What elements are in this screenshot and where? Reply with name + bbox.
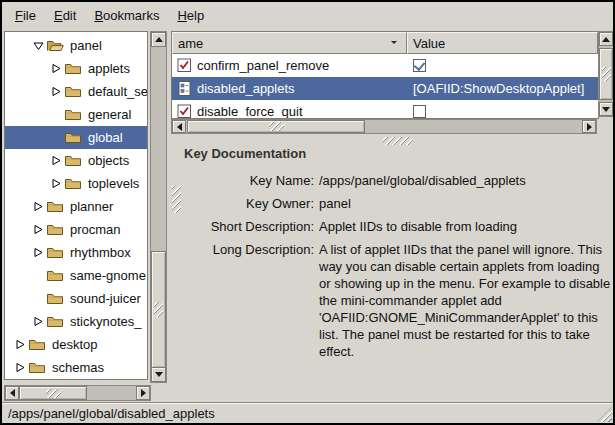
expander-collapsed-icon[interactable] — [32, 247, 44, 259]
boolean-key-icon — [177, 58, 192, 73]
expander-collapsed-icon[interactable] — [14, 339, 26, 351]
folder-icon — [65, 85, 83, 98]
value-checkbox-unchecked[interactable] — [413, 105, 426, 118]
doc-field-label: Short Description: — [178, 218, 314, 235]
scroll-right-button[interactable] — [582, 120, 596, 133]
column-header-label: ame — [178, 36, 203, 51]
tree-item-label: objects — [86, 153, 131, 168]
expander-collapsed-icon[interactable] — [50, 178, 62, 190]
folder-icon — [29, 361, 47, 374]
scroll-up-button[interactable] — [599, 32, 613, 46]
expander-spacer — [32, 293, 44, 305]
tree-item-panel[interactable]: panel — [5, 34, 147, 57]
tree-item-default-setup[interactable]: default_se — [5, 80, 147, 103]
expander-collapsed-icon[interactable] — [32, 224, 44, 236]
menu-help[interactable]: Help — [168, 5, 213, 26]
tree-item-global[interactable]: global — [5, 126, 147, 149]
column-header-name[interactable]: ame — [172, 32, 407, 54]
statusbar: /apps/panel/global/disabled_applets — [2, 402, 613, 423]
tree-item-desktop[interactable]: desktop — [5, 333, 147, 356]
tree-item-label: global — [86, 130, 125, 145]
menu-bookmarks[interactable]: Bookmarks — [85, 5, 168, 26]
key-row-disable-force-quit[interactable]: disable_force_quit — [172, 100, 598, 119]
tree-item-procman[interactable]: procman — [5, 218, 147, 241]
folder-icon — [47, 223, 65, 236]
tree-item-toplevels[interactable]: toplevels — [5, 172, 147, 195]
expander-collapsed-icon[interactable] — [32, 201, 44, 213]
column-header-label: Value — [413, 36, 445, 51]
key-row-disabled-applets[interactable]: disabled_applets [OAFIID:ShowDesktopAppl… — [172, 77, 598, 100]
key-name-label: disable_force_quit — [197, 104, 303, 119]
folder-icon — [65, 131, 83, 144]
sort-indicator-icon — [391, 41, 397, 47]
expander-expanded-icon[interactable] — [32, 40, 44, 52]
tree-item-label: sound-juicer — [68, 291, 143, 306]
tree-item-label: planner — [68, 199, 115, 214]
value-checkbox-checked[interactable] — [413, 59, 426, 72]
tree-horizontal-scrollbar[interactable] — [4, 385, 151, 401]
doc-key-name-value: /apps/panel/global/disabled_applets — [319, 172, 611, 189]
tree-item-same-gnome[interactable]: same-gnome — [5, 264, 147, 287]
doc-field-label: Key Name: — [178, 172, 314, 189]
scroll-down-button[interactable] — [599, 102, 613, 116]
list-header: ame Value — [172, 32, 598, 54]
key-name-label: disabled_applets — [197, 81, 295, 96]
tree-item-label: stickynotes_ — [68, 314, 144, 329]
config-tree: panel applets default_se general global … — [4, 31, 148, 380]
tree-item-label: toplevels — [86, 176, 141, 191]
key-row-confirm-panel-remove[interactable]: confirm_panel_remove — [172, 54, 598, 77]
tree-item-label: same-gnome — [68, 268, 148, 283]
scrollbar-thumb[interactable] — [187, 120, 365, 133]
expander-collapsed-icon[interactable] — [14, 362, 26, 374]
expander-spacer — [32, 270, 44, 282]
scrollbar-thumb[interactable] — [19, 386, 87, 400]
folder-icon — [65, 154, 83, 167]
tree-item-stickynotes[interactable]: stickynotes_ — [5, 310, 147, 333]
tree-item-label: panel — [68, 38, 104, 53]
scroll-down-button[interactable] — [151, 367, 166, 382]
tree-item-label: general — [86, 107, 133, 122]
folder-icon — [47, 246, 65, 259]
open-folder-icon — [47, 39, 65, 52]
scroll-up-button[interactable] — [151, 32, 166, 47]
tree-item-label: default_se — [86, 84, 148, 99]
expander-collapsed-icon[interactable] — [50, 86, 62, 98]
gconf-editor-window: File Edit Bookmarks Help panel applets d… — [0, 0, 615, 425]
tree-item-label: procman — [68, 222, 123, 237]
tree-item-applets[interactable]: applets — [5, 57, 147, 80]
expander-collapsed-icon[interactable] — [50, 63, 62, 75]
tree-item-planner[interactable]: planner — [5, 195, 147, 218]
expander-collapsed-icon[interactable] — [32, 316, 44, 328]
tree-item-label: applets — [86, 61, 132, 76]
folder-icon — [29, 338, 47, 351]
list-vertical-scrollbar[interactable] — [598, 31, 614, 117]
scroll-left-button[interactable] — [172, 120, 186, 133]
expander-collapsed-icon[interactable] — [50, 155, 62, 167]
tree-vertical-scrollbar[interactable] — [150, 31, 167, 383]
key-value-text: [OAFIID:ShowDesktopApplet] — [413, 81, 584, 96]
scrollbar-thumb[interactable] — [151, 251, 166, 368]
tree-item-rhythmbox[interactable]: rhythmbox — [5, 241, 147, 264]
scrollbar-thumb[interactable] — [599, 48, 613, 100]
menubar: File Edit Bookmarks Help — [2, 2, 613, 29]
doc-short-description-value: Applet IIDs to disable from loading — [319, 218, 611, 235]
doc-key-owner-value: panel — [319, 195, 611, 212]
doc-section-title: Key Documentation — [184, 146, 306, 161]
doc-splitter-handle[interactable] — [383, 137, 413, 145]
tree-item-general[interactable]: general — [5, 103, 147, 126]
column-header-value[interactable]: Value — [407, 32, 598, 54]
folder-icon — [47, 315, 65, 328]
statusbar-path: /apps/panel/global/disabled_applets — [8, 406, 215, 421]
scroll-right-button[interactable] — [136, 386, 150, 400]
menu-edit[interactable]: Edit — [45, 5, 85, 26]
menu-file[interactable]: File — [6, 5, 45, 26]
tree-item-sound-juicer[interactable]: sound-juicer — [5, 287, 147, 310]
tree-item-label: schemas — [50, 360, 106, 375]
scroll-left-button[interactable] — [5, 386, 19, 400]
list-horizontal-scrollbar[interactable] — [171, 119, 597, 134]
tree-item-schemas[interactable]: schemas — [5, 356, 147, 379]
doc-long-description-value: A list of applet IIDs that the panel wil… — [319, 241, 611, 360]
key-name-label: confirm_panel_remove — [197, 58, 329, 73]
tree-item-objects[interactable]: objects — [5, 149, 147, 172]
tree-item-label: rhythmbox — [68, 245, 133, 260]
